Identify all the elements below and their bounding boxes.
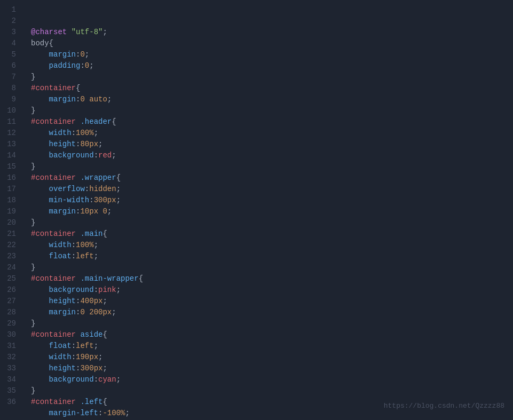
plain-token: } [31,263,35,272]
watermark: https://blog.csdn.net/Qzzzz88 [384,400,504,411]
line-number: 34 [0,374,22,385]
plain-token: ; [102,28,107,36]
line-number: 36 [0,397,22,408]
line-number: 11 [0,116,22,128]
value-token: 400px [80,297,102,305]
code-line: height:400px; [31,296,513,307]
code-line: body{ [31,38,513,49]
property-token: height [49,297,76,305]
code-line: } [31,161,513,172]
plain-token [31,61,49,70]
code-line: background:red; [31,150,513,161]
property-token: background [49,375,94,384]
plain-token [31,185,49,193]
code-line: background:pink; [31,284,513,296]
line-number: 3 [0,27,22,38]
keyword-token: @charset [31,28,67,36]
line-number: 16 [0,172,22,184]
code-line: #container{ [31,83,513,94]
id-selector-token: #container [31,117,76,126]
color-value-token: red [98,151,112,160]
class-selector-token: .header [80,117,112,126]
value-token: 100% [76,129,94,137]
line-number: 22 [0,240,22,251]
plain-token: } [31,73,35,81]
line-number: 18 [0,195,22,206]
plain-token: : [80,61,84,70]
code-line: float:left; [31,340,513,352]
plain-token: { [102,330,107,339]
code-line: width:100%; [31,240,513,251]
plain-token: ; [107,95,112,104]
code-content[interactable]: @charset "utf-8";body{ margin:0; padding… [22,0,513,420]
line-number: 32 [0,352,22,363]
line-number: 12 [0,128,22,139]
plain-token: body{ [31,39,53,47]
value-token: 0 200px [80,308,112,316]
plain-token [31,196,49,204]
id-selector-token: #container [31,330,76,339]
code-line: } [31,217,513,228]
code-line: overflow:hidden; [31,184,513,195]
line-number: 14 [0,150,22,161]
plain-token: } [31,218,35,227]
property-token: width [49,353,72,361]
line-number: 26 [0,284,22,296]
plain-token [31,342,49,350]
property-token: height [49,364,76,373]
plain-token [31,308,49,316]
code-line: min-width:300px; [31,195,513,206]
line-number: 23 [0,251,22,262]
value-token: 0 auto [80,95,107,104]
plain-token: ; [112,308,116,316]
line-number: 27 [0,296,22,307]
value-token: 10px 0 [80,207,107,216]
color-value-token: pink [98,286,116,294]
plain-token [67,28,71,36]
code-line: height:300px; [31,363,513,374]
plain-token: ; [94,342,98,350]
plain-token [31,364,49,373]
code-line: } [31,385,513,397]
code-line: @charset "utf-8"; [31,27,513,38]
value-token: 0 [80,50,84,59]
line-number: 31 [0,340,22,352]
class-selector-token: .wrapper [80,173,116,182]
plain-token: ; [94,252,98,260]
plain-token: ; [94,241,98,249]
plain-token [31,409,49,417]
plain-token: ; [89,61,93,70]
code-line: } [31,318,513,329]
plain-token: { [102,398,107,406]
plain-token: { [116,173,121,182]
plain-token: } [31,106,35,115]
code-line: width:100%; [31,128,513,139]
plain-token: ; [112,151,116,160]
plain-token: ; [116,196,121,204]
code-line: #container .main-wrapper{ [31,273,513,284]
property-token: background [49,286,94,294]
property-token: width [49,129,72,137]
value-token: 300px [80,364,102,373]
value-token: 0 [85,61,89,70]
code-line: } [31,72,513,83]
string-token: "utf-8" [72,28,103,36]
property-token: margin [49,207,76,216]
plain-token: ; [102,297,107,305]
line-number: 19 [0,206,22,217]
code-line: margin:10px 0; [31,206,513,217]
line-number: 30 [0,329,22,340]
code-editor: 1234567891011121314151617181920212223242… [0,0,513,420]
property-token: float [49,252,72,260]
plain-token: : [94,151,98,160]
plain-token [31,207,49,216]
code-line: } [31,262,513,273]
code-line: #container aside{ [31,329,513,340]
property-token: width [49,241,72,249]
plain-token [31,129,49,137]
code-line: margin:0 200px; [31,307,513,318]
plain-token: ; [98,353,102,361]
line-number: 6 [0,60,22,72]
plain-token: : [72,353,76,361]
code-line: background:cyan; [31,374,513,385]
